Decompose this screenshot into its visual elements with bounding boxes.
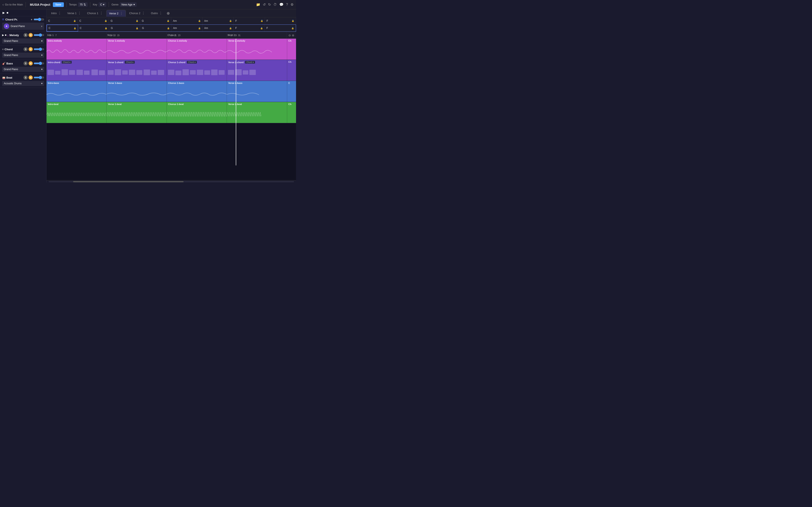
melody-segment-verse1[interactable]: Verse 1-melody	[107, 39, 167, 60]
tab-chorus2-menu-icon[interactable]: ⋮	[142, 11, 145, 15]
lock-icon: 🔒	[229, 20, 232, 22]
bass-partial-label: C	[287, 81, 296, 85]
beat-volume-slider[interactable]	[34, 76, 44, 79]
beat-mute-button[interactable]: M	[29, 75, 33, 80]
beat-segment-partial[interactable]: Ch	[287, 102, 296, 123]
lock-icon: 🔒	[73, 20, 76, 22]
tab-chorus1-menu-icon[interactable]: ⋮	[100, 11, 103, 15]
beat-segment-verse1[interactable]: Verse 1-beat	[107, 102, 167, 123]
tab-intro-menu-icon[interactable]: ⋮	[58, 11, 61, 15]
chat-icon[interactable]: 💬	[280, 3, 284, 7]
beat-instrument-chevron: ▾	[41, 82, 43, 85]
chord-chorus1-badge[interactable]: Chord ▾	[187, 61, 197, 64]
chord-segment-partial[interactable]: Ch	[287, 60, 296, 81]
chord-cell-c2[interactable]: C🔒	[78, 17, 109, 24]
add-section-button[interactable]: ⊕	[167, 11, 170, 16]
scrollbar-thumb[interactable]	[73, 181, 184, 182]
bass-segment-verse1[interactable]: Verse 1-bass	[107, 81, 167, 102]
bass-segment-chorus1[interactable]: Chorus 1-bass	[167, 81, 227, 102]
bass-solo-button[interactable]: S	[23, 61, 28, 65]
redo-icon[interactable]: ↻	[268, 3, 271, 7]
chord-segment-verse1[interactable]: Verse 1-chord Chord ▾	[107, 60, 167, 81]
tab-intro[interactable]: Intro ⋮	[49, 10, 64, 16]
melody-segment-chorus1[interactable]: Chorus 1-melody	[167, 39, 227, 60]
melody-play-button[interactable]: ▶	[2, 34, 4, 37]
zoom-in-button[interactable]: ⊕	[292, 34, 294, 37]
svg-rect-12	[136, 70, 142, 75]
tab-verse1[interactable]: Verse 1 ⋮	[65, 10, 84, 16]
tab-chorus1[interactable]: Chorus 1 ⋮	[85, 10, 105, 16]
bass-segment-intro[interactable]: Intro-bass	[47, 81, 107, 102]
key-label: Key	[93, 3, 97, 6]
chord-cell-f1[interactable]: F🔒	[234, 17, 265, 24]
folder-icon[interactable]: 📁	[256, 3, 260, 7]
chord-segment-chorus1[interactable]: Chorus 1-chord Chord ▾	[167, 60, 227, 81]
chord-solo-button[interactable]: S	[23, 47, 28, 51]
help-icon[interactable]: ?	[286, 3, 288, 7]
chord-instrument-select[interactable]: Grand Piano ▾	[2, 53, 44, 58]
tab-verse1-menu-icon[interactable]: ⋮	[78, 11, 81, 15]
save-button[interactable]: Save	[53, 2, 64, 7]
stop-button[interactable]: ■	[7, 11, 8, 14]
chord-intro-badge[interactable]: Chord ▾	[61, 61, 72, 64]
undo-icon[interactable]: ↺	[263, 3, 266, 7]
back-button[interactable]: ‹ Go to the Main	[3, 3, 23, 7]
chord-mute-button[interactable]: M	[29, 47, 33, 51]
chord-cell-am2[interactable]: Am🔒	[203, 17, 234, 24]
chord-cell-am1[interactable]: Am🔒	[171, 17, 203, 24]
chord-cell-am2-r2[interactable]: Am🔒	[203, 25, 234, 32]
bass-volume-slider[interactable]	[34, 62, 44, 65]
chord-prog-volume-slider[interactable]	[34, 18, 44, 21]
chord-cell-f1-r2[interactable]: F🔒	[234, 25, 265, 32]
melody-instrument-label: Grand Piano	[4, 40, 18, 43]
beat-intro-label: Intro-beat	[47, 102, 106, 106]
chord-cell-am1-r2[interactable]: Am🔒	[171, 25, 203, 32]
genre-control[interactable]: New Age ▾	[120, 2, 137, 7]
key-control[interactable]: C ▾	[99, 2, 106, 7]
play-button[interactable]: ▶	[3, 11, 5, 14]
svg-rect-19	[190, 70, 196, 74]
bass-instrument-select[interactable]: Grand Piano ▾	[2, 67, 44, 72]
chord-cell-g1[interactable]: G🔒	[109, 17, 140, 24]
melody-segment-intro[interactable]: Intro-melody	[47, 39, 107, 60]
chord-cell-c2-r2[interactable]: C🔒	[78, 25, 109, 32]
tab-verse2[interactable]: Verse 2 ⋮	[106, 10, 126, 17]
chord-cell-g2-r2[interactable]: G🔒	[140, 25, 171, 32]
clock-icon[interactable]: ⏱	[273, 3, 277, 7]
melody-instrument-select[interactable]: Grand Piano ▾	[2, 39, 44, 44]
chord-cell-c1-r2[interactable]: C🔒	[47, 25, 78, 32]
melody-solo-button[interactable]: S	[23, 33, 28, 37]
tab-verse2-menu-icon[interactable]: ⋮	[120, 11, 123, 15]
horizontal-scrollbar[interactable]	[47, 180, 296, 183]
chord-cell-g2[interactable]: G🔒	[140, 17, 171, 24]
melody-chorus1-label: Chorus 1-melody	[167, 39, 227, 43]
tab-outro-menu-icon[interactable]: ⋮	[159, 11, 162, 15]
beat-segment-intro[interactable]: Intro-beat	[47, 102, 107, 123]
melody-segment-partial[interactable]: Ch	[287, 39, 296, 60]
chord-prog-icon-btn[interactable]: ✦	[4, 23, 9, 29]
bass-mute-button[interactable]: M	[29, 61, 33, 65]
beat-instrument-select[interactable]: Acoustic Drums ▾	[2, 81, 44, 86]
chord-cell-f2[interactable]: F🔒	[265, 17, 296, 24]
chord-verse2-badge[interactable]: Chord ▾	[245, 61, 255, 64]
chord-intro-content	[47, 64, 106, 81]
chord-verse1-badge[interactable]: Chord ▾	[124, 61, 135, 64]
beat-segment-chorus1[interactable]: Chorus 1-beat	[167, 102, 227, 123]
chord-cell-g1-r2[interactable]: G🔒	[109, 25, 140, 32]
svg-rect-25	[235, 69, 242, 75]
chord-cell-c1[interactable]: C🔒	[47, 17, 78, 24]
melody-mute-button[interactable]: M	[29, 33, 33, 37]
zoom-out-button[interactable]: ⊖	[289, 34, 291, 37]
tab-outro[interactable]: Outro ⋮	[148, 10, 165, 16]
melody-volume-slider[interactable]	[34, 34, 44, 37]
chord-segment-intro[interactable]: Intro-chord Chord ▾	[47, 60, 107, 81]
chord-instrument-row: Grand Piano ▾	[2, 53, 44, 58]
bass-segment-partial[interactable]: C	[287, 81, 296, 102]
beat-solo-button[interactable]: S	[23, 75, 28, 80]
settings-icon[interactable]: ⚙	[291, 3, 294, 7]
tab-chorus2[interactable]: Chorus 2 ⋮	[126, 10, 148, 16]
chord-volume-slider[interactable]	[34, 48, 44, 51]
melody-stop-button[interactable]: ■	[5, 34, 6, 37]
chord-cell-f2-r2[interactable]: F🔒	[265, 25, 296, 32]
tempo-control[interactable]: 75 ⇅	[78, 2, 88, 7]
